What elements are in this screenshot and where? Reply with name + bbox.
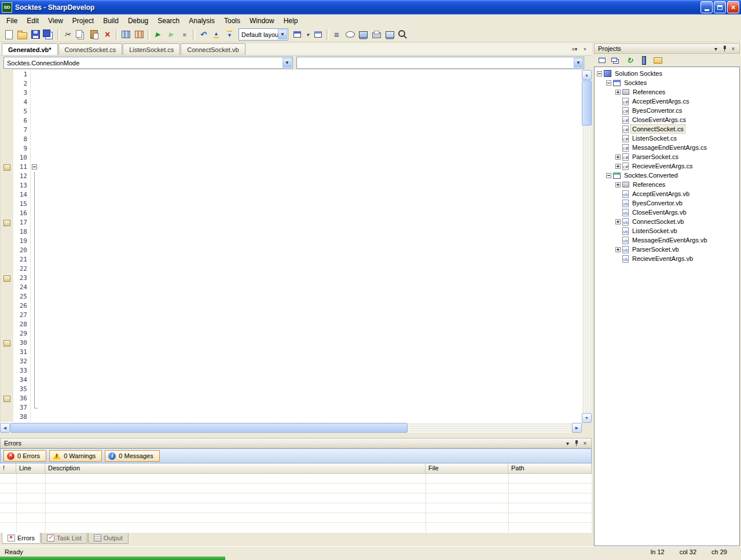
fold-marker[interactable]: [31, 320, 39, 329]
tree-item[interactable]: ListenSocket.vb: [595, 226, 739, 235]
fold-marker[interactable]: [31, 209, 39, 218]
tree-item[interactable]: RecieveEventArgs.cs: [595, 161, 739, 171]
tree-item-label[interactable]: ListenSocket.cs: [631, 134, 678, 142]
tree-item[interactable]: ListenSocket.cs: [595, 134, 739, 143]
code-line[interactable]: 16 ''' </summary>: [1, 209, 582, 218]
fold-marker[interactable]: [31, 116, 39, 126]
close-document-button[interactable]: ×: [581, 45, 589, 53]
tree-item-label[interactable]: Socktes.Converted: [623, 171, 679, 179]
fold-marker[interactable]: [31, 338, 39, 348]
tree-item-label[interactable]: ParserSocket.cs: [631, 153, 680, 161]
scroll-right-button[interactable]: ▶: [572, 423, 582, 433]
menu-item[interactable]: Build: [98, 15, 123, 27]
tree-item[interactable]: Socktes: [595, 78, 739, 87]
tree-item-label[interactable]: References: [632, 180, 666, 189]
vertical-scrollbar-thumb[interactable]: [582, 80, 592, 126]
panel-button[interactable]: [637, 54, 650, 66]
tree-item[interactable]: ByesConvertor.cs: [595, 106, 739, 115]
fold-marker[interactable]: [31, 264, 39, 274]
code-line[interactable]: 12 ''' <summary>: [1, 172, 582, 181]
fold-marker[interactable]: [31, 292, 39, 301]
scroll-left-button[interactable]: ◀: [0, 423, 10, 433]
code-line[interactable]: 1 Imports System: [1, 70, 582, 79]
code-line[interactable]: 26 ''' begin connect and return emidiatl…: [1, 301, 582, 311]
code-line[interactable]: 38 ''' <summary>: [1, 412, 582, 422]
tab-list-button[interactable]: ≡▾: [570, 45, 579, 53]
tree-item[interactable]: ParserSocket.vb: [595, 245, 739, 254]
code-line[interactable]: 11 Public Enum ConnectionMode: [1, 163, 582, 172]
tree-item-label[interactable]: AcceptEventArgs.vb: [631, 190, 691, 198]
monitor-button[interactable]: [357, 28, 370, 41]
scroll-up-button[interactable]: ▲: [582, 70, 592, 80]
fold-marker[interactable]: [31, 98, 39, 107]
menu-item[interactable]: Edit: [22, 15, 43, 27]
fold-marker[interactable]: [31, 153, 39, 163]
new-window-button[interactable]: [311, 28, 325, 41]
code-line[interactable]: 24 ''' <summary>: [1, 283, 582, 292]
pin-icon[interactable]: [572, 439, 581, 447]
tree-expander[interactable]: [606, 173, 611, 178]
tree-expander[interactable]: [615, 164, 621, 169]
code-line[interactable]: 8 ''' <summary>: [1, 135, 582, 144]
open-file-button[interactable]: [16, 28, 29, 41]
editor-tab[interactable]: ListenSocket.cs: [123, 43, 180, 55]
code-line[interactable]: 35 ''' </summary>: [1, 385, 582, 394]
double-window-button[interactable]: [610, 54, 622, 66]
tree-item[interactable]: MessageEndEventArgs.vb: [595, 235, 739, 245]
chevron-down-icon[interactable]: ▼: [278, 30, 287, 39]
fold-marker[interactable]: [31, 144, 39, 153]
fold-marker[interactable]: [31, 311, 39, 320]
tree-expander[interactable]: [606, 80, 611, 86]
column-header[interactable]: !: [0, 463, 16, 473]
code-line[interactable]: 33 ''' begin wait to get data.: [1, 366, 582, 375]
fold-marker[interactable]: [31, 107, 39, 116]
oval-shape-button[interactable]: [343, 28, 357, 41]
tree-item-label[interactable]: CloseEventArgs.cs: [631, 116, 687, 124]
fold-marker[interactable]: [31, 200, 39, 209]
fold-marker[interactable]: [31, 301, 39, 311]
tree-item-label[interactable]: ConnectSocket.vb: [631, 218, 685, 226]
chevron-down-icon[interactable]: ▼: [574, 58, 583, 68]
maximize-button[interactable]: [714, 1, 726, 13]
code-line[interactable]: 17 SyncConnectSyncRecv: [1, 218, 582, 227]
editor-tab[interactable]: ConnectSocket.vb: [181, 43, 245, 55]
code-line[interactable]: 29 ''' </summary>: [1, 329, 582, 338]
fold-marker[interactable]: [31, 70, 39, 79]
fold-marker[interactable]: [31, 135, 39, 144]
menu-item[interactable]: View: [43, 15, 68, 27]
fold-marker[interactable]: [31, 357, 39, 366]
cut-button[interactable]: [61, 28, 74, 41]
menu-item[interactable]: Project: [68, 15, 98, 27]
menu-item[interactable]: Search: [153, 15, 184, 27]
column-header[interactable]: File: [425, 463, 508, 473]
code-line[interactable]: 30 AsyncConnectSyncRecv: [1, 338, 582, 348]
new-file-button[interactable]: [2, 28, 16, 41]
code-line[interactable]: 7 Namespace Socktes: [1, 126, 582, 135]
code-line[interactable]: 3 Imports System.Net: [1, 89, 582, 98]
editor-tab[interactable]: ConnectSocket.cs: [58, 43, 123, 55]
tree-item[interactable]: ConnectSocket.vb: [595, 217, 739, 226]
tree-item-label[interactable]: References: [632, 88, 666, 96]
horizontal-scrollbar-thumb[interactable]: [10, 423, 408, 433]
code-editor[interactable]: 1 Imports System 2 Imports System.Net.So…: [0, 70, 582, 423]
code-line[interactable]: 22 ''' </summary>: [1, 264, 582, 274]
editor-tab[interactable]: Generated.vb*: [2, 43, 58, 55]
fold-marker[interactable]: [31, 79, 39, 89]
menu-item[interactable]: Window: [245, 15, 279, 27]
code-line[interactable]: 32 ''' begin connect and return.: [1, 357, 582, 366]
fold-marker[interactable]: [31, 227, 39, 237]
code-line[interactable]: 23 SyncConnectAsyncRecv: [1, 274, 582, 283]
tree-expander[interactable]: [615, 154, 621, 160]
folder-button[interactable]: [651, 54, 664, 66]
menu-item[interactable]: Debug: [123, 15, 153, 27]
tree-item[interactable]: ConnectSocket.cs: [595, 124, 739, 134]
build-solution-button[interactable]: [119, 28, 133, 41]
tree-item-label[interactable]: AcceptEventArgs.cs: [631, 97, 690, 105]
fold-marker[interactable]: [31, 412, 39, 422]
tree-item[interactable]: MessageEndEventArgs.cs: [595, 143, 739, 152]
tree-item[interactable]: RecieveEventArgs.vb: [595, 254, 739, 263]
bottom-tab[interactable]: Errors: [2, 533, 41, 544]
tree-item-label[interactable]: RecieveEventArgs.vb: [631, 255, 694, 263]
tree-item-label[interactable]: Solution Socktes: [614, 69, 663, 78]
fold-marker[interactable]: [31, 246, 39, 255]
